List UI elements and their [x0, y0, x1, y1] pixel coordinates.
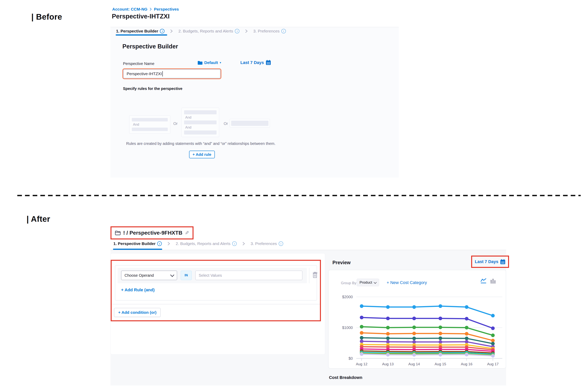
series-orange-point [412, 332, 416, 335]
series-blue-point [491, 314, 495, 318]
rule-skeleton-card: And [129, 115, 170, 134]
tab-budgets-reports-alerts[interactable]: 2. Budgets, Reports and Alerts i [178, 29, 240, 34]
series-indigo-point [438, 317, 442, 320]
series-green-point [465, 326, 468, 330]
series-indigo-point [491, 326, 495, 330]
x-axis-tick-label: Aug 14 [408, 362, 420, 366]
page-title: Perspective-IHTZXI [112, 13, 170, 20]
series-blue-point [386, 305, 390, 309]
series-teal-point [386, 336, 390, 340]
operand-select-placeholder: Choose Operand [124, 273, 154, 278]
skeleton-bar [231, 121, 268, 126]
series-teal-point [465, 337, 468, 340]
calendar-icon [500, 259, 505, 264]
series-indigo-point [412, 317, 416, 320]
folder-select[interactable]: Default ▾ [198, 60, 221, 65]
x-axis-tick-label: Aug 12 [356, 362, 368, 366]
rule-skeleton-card: And And [182, 108, 219, 137]
series-lavender-point [438, 353, 442, 356]
series-green-point [438, 326, 442, 329]
info-icon: i [232, 241, 237, 246]
breadcrumb-account-link[interactable]: Account: CCM-NG [112, 7, 148, 12]
series-lavender-point [360, 352, 364, 356]
folder-icon [198, 61, 202, 65]
tab-preferences[interactable]: 3. Preferences i [250, 241, 283, 246]
y-axis-tick-label: $2000 [342, 295, 353, 299]
active-tab-underline [116, 34, 167, 36]
select-values-input[interactable]: Select Values [195, 270, 302, 280]
add-rule-button[interactable]: + Add rule [189, 151, 215, 158]
skeleton-bar [132, 118, 168, 122]
preview-heading: Preview [332, 260, 351, 265]
before-tab-bar: 1. Perspective Builder i 2. Budgets, Rep… [116, 29, 286, 34]
info-icon: i [157, 241, 162, 246]
skeleton-bar [184, 130, 216, 134]
series-lavender-point [491, 354, 495, 358]
series-orange-point [438, 332, 442, 335]
before-section-label: | Before [31, 12, 62, 22]
series-lavender-point [412, 353, 416, 357]
series-blue-line [362, 306, 493, 316]
skeleton-and-label: And [184, 116, 216, 119]
series-purple-point [360, 340, 364, 343]
operator-in-button[interactable]: IN [181, 270, 192, 280]
after-section-label: | After [26, 214, 50, 224]
after-tab-bar: 1. Perspective Builder i 2. Budgets, Rep… [113, 241, 283, 246]
chevron-right-icon [149, 8, 152, 11]
series-orange-point [465, 332, 468, 336]
info-icon: i [281, 29, 286, 34]
skeleton-and-label: And [184, 126, 216, 129]
series-blue-point [465, 305, 468, 309]
series-lavender-point [465, 353, 468, 356]
series-teal-point [438, 336, 442, 340]
add-rule-and-link[interactable]: + Add Rule (and) [121, 288, 155, 292]
calendar-icon [266, 60, 271, 65]
edit-pencil-icon[interactable]: ✎ [185, 230, 189, 236]
series-teal-point [360, 336, 364, 340]
cost-breakdown-heading: Cost Breakdown [329, 375, 362, 380]
perspective-name-value: Perspective-IHTZXI [127, 72, 162, 76]
skeleton-or-label: Or [224, 122, 228, 126]
specify-rules-label: Specify rules for the perspective [123, 86, 182, 91]
folder-outline-icon [115, 230, 121, 236]
tab-perspective-builder[interactable]: 1. Perspective Builder i [116, 29, 164, 34]
select-values-placeholder: Select Values [199, 273, 222, 278]
series-green-point [360, 325, 364, 328]
trash-icon [312, 271, 318, 278]
perspective-header-annotated: ! / Perspective-9FHXTB ✎ [110, 226, 194, 240]
series-green-point [491, 334, 495, 337]
series-indigo-point [386, 317, 390, 320]
add-condition-or-button[interactable]: + Add condition (or) [114, 308, 161, 317]
builder-heading: Perspective Builder [122, 43, 178, 50]
series-blue-point [412, 305, 416, 309]
tab-preferences[interactable]: 3. Preferences i [253, 29, 286, 34]
delete-rule-button[interactable] [312, 271, 318, 279]
tab-budgets-reports-alerts[interactable]: 2. Budgets, Reports and Alerts i [176, 241, 237, 246]
perspective-name-input[interactable]: Perspective-IHTZXI [122, 68, 221, 79]
series-lavender-line [362, 354, 493, 356]
chevron-right-icon [244, 29, 248, 33]
y-axis-tick-label: $1000 [342, 326, 353, 330]
comparison-page: | Before Account: CCM-NG Perspectives Pe… [0, 0, 588, 392]
operand-select[interactable]: Choose Operand [121, 270, 177, 280]
date-range-label: Last 7 Days [475, 259, 498, 264]
chevron-right-icon [170, 29, 173, 33]
series-indigo-line [362, 318, 493, 328]
breadcrumb-perspectives-link[interactable]: Perspectives [154, 7, 179, 12]
series-indigo-point [465, 317, 468, 320]
rules-hint-text: Rules are created by adding statements w… [124, 142, 278, 146]
caret-down-icon: ▾ [220, 61, 221, 64]
date-range-label: Last 7 Days [240, 60, 264, 65]
series-orange-point [386, 332, 390, 336]
x-axis-tick-label: Aug 15 [435, 362, 446, 366]
perspective-title: ! / Perspective-9FHXTB [123, 230, 182, 236]
skeleton-bar [184, 110, 216, 114]
skeleton-or-label: Or [173, 122, 178, 126]
tab-perspective-builder[interactable]: 1. Perspective Builder i [113, 241, 162, 246]
date-range-picker[interactable]: Last 7 Days [475, 259, 505, 264]
x-axis-tick-label: Aug 17 [487, 362, 499, 366]
skeleton-and-label: And [132, 123, 168, 126]
series-indigo-point [360, 316, 364, 319]
date-range-picker[interactable]: Last 7 Days [240, 60, 271, 65]
chevron-right-icon [242, 242, 246, 246]
